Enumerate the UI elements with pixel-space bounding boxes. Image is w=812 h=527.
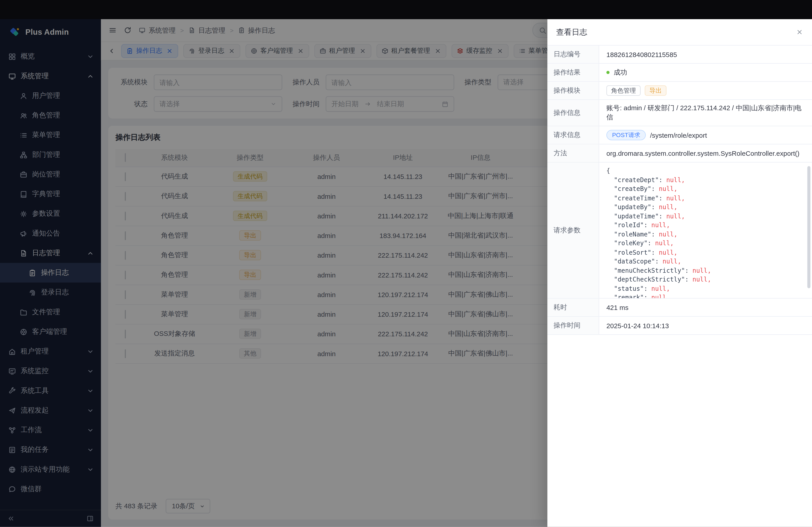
detail-row-操作结果: 操作结果成功	[548, 63, 812, 81]
detail-value: 2025-01-24 10:14:13	[599, 317, 812, 334]
detail-row-耗时: 耗时421 ms	[548, 299, 812, 317]
detail-label: 请求信息	[548, 126, 599, 144]
tag-角色管理: 角色管理	[606, 86, 641, 96]
request-method-tag: POST请求	[606, 130, 646, 140]
success-status-dot	[606, 71, 609, 74]
detail-label: 日志编号	[548, 46, 599, 63]
detail-value: 账号: admin / 研发部门 / 222.175.114.242 / 中国|…	[599, 100, 812, 126]
screen: Plus Admin 概览系统管理用户管理角色管理菜单管理部门管理岗位管理字典管…	[0, 0, 812, 527]
detail-label: 操作结果	[548, 63, 599, 81]
detail-row-请求参数: 请求参数{ "createDept": null, "createBy": nu…	[548, 163, 812, 299]
detail-row-日志编号: 日志编号1882612840802115585	[548, 46, 812, 63]
detail-row-操作时间: 操作时间2025-01-24 10:14:13	[548, 317, 812, 335]
detail-value: { "createDept": null, "createBy": null, …	[599, 163, 812, 298]
drawer-close-button[interactable]	[796, 28, 803, 35]
detail-value: 1882612840802115585	[599, 46, 812, 63]
detail-row-请求信息: 请求信息POST请求/system/role/export	[548, 126, 812, 144]
code-scrollbar-thumb[interactable]	[807, 166, 810, 288]
drawer-header: 查看日志	[548, 19, 812, 46]
detail-value: 角色管理导出	[599, 82, 812, 100]
detail-value: POST请求/system/role/export	[599, 126, 812, 144]
view-log-drawer: 查看日志 日志编号1882612840802115585操作结果成功操作模块角色…	[548, 19, 812, 527]
drawer-title: 查看日志	[556, 27, 588, 37]
request-params-code: { "createDept": null, "createBy": null, …	[599, 163, 812, 298]
detail-label: 请求参数	[548, 163, 599, 298]
detail-label: 操作时间	[548, 317, 599, 334]
log-detail-table: 日志编号1882612840802115585操作结果成功操作模块角色管理导出操…	[548, 46, 812, 527]
window-chrome-bar	[0, 0, 812, 19]
request-url: /system/role/export	[650, 131, 707, 139]
detail-value: 成功	[599, 63, 812, 81]
detail-label: 操作模块	[548, 82, 599, 100]
detail-value: org.dromara.system.controller.system.Sys…	[599, 145, 812, 162]
code-scrollbar	[807, 166, 810, 295]
detail-label: 耗时	[548, 299, 599, 316]
detail-label: 操作信息	[548, 100, 599, 126]
detail-row-操作模块: 操作模块角色管理导出	[548, 82, 812, 100]
status-text: 成功	[614, 68, 627, 77]
detail-label: 方法	[548, 145, 599, 162]
tag-导出: 导出	[644, 86, 666, 96]
detail-value: 421 ms	[599, 299, 812, 316]
detail-row-方法: 方法org.dromara.system.controller.system.S…	[548, 145, 812, 163]
detail-row-操作信息: 操作信息账号: admin / 研发部门 / 222.175.114.242 /…	[548, 100, 812, 126]
